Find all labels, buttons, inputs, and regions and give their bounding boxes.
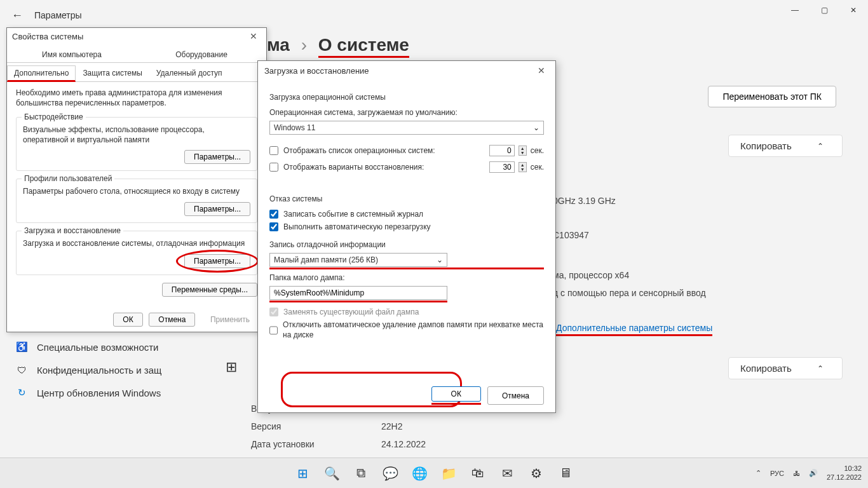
startup-settings-button[interactable]: Параметры... bbox=[184, 254, 250, 268]
performance-group: Быстродействие Визуальные эффекты, испол… bbox=[16, 117, 257, 171]
auto-restart-checkbox[interactable] bbox=[269, 222, 278, 231]
tab-advanced[interactable]: Дополнительно bbox=[7, 65, 76, 82]
profiles-settings-button[interactable]: Параметры... bbox=[184, 202, 250, 216]
copy-label: Копировать bbox=[740, 363, 792, 374]
tab-computer-name[interactable]: Имя компьютера bbox=[7, 47, 137, 62]
sysprop-tabs: Имя компьютера Оборудование bbox=[7, 47, 266, 63]
write-event-label: Записать событие в системный журнал bbox=[283, 210, 423, 219]
debug-info-select[interactable]: Малый дамп памяти (256 КВ) ⌄ bbox=[269, 253, 447, 267]
explorer-icon[interactable]: 📁 bbox=[437, 462, 460, 485]
sysprop-title: Свойства системы bbox=[12, 32, 83, 41]
edge-icon[interactable]: 🌐 bbox=[408, 462, 431, 485]
chevron-up-icon: ⌃ bbox=[817, 364, 824, 373]
time: 10:32 bbox=[827, 464, 862, 473]
sysprop-titlebar[interactable]: Свойства системы ✕ bbox=[7, 28, 266, 44]
shield-icon: 🛡 bbox=[15, 363, 28, 376]
auto-restart-label: Выполнить автоматическую перезагрузку bbox=[283, 222, 431, 231]
sidebar-item-privacy[interactable]: 🛡 Конфиденциальность и защ bbox=[11, 358, 165, 381]
tray-chevron-icon[interactable]: ⌃ bbox=[756, 469, 761, 477]
disable-auto-delete-label: Отключить автоматическое удаление дампов… bbox=[283, 320, 544, 340]
update-icon: ↻ bbox=[15, 386, 28, 399]
performance-settings-button[interactable]: Параметры... bbox=[184, 150, 250, 164]
show-os-list-label: Отображать список операционных систем: bbox=[283, 146, 485, 155]
chevron-down-icon: ⌄ bbox=[437, 255, 443, 264]
maximize-button[interactable]: ▢ bbox=[810, 0, 839, 20]
copy-device-specs-button[interactable]: Копировать ⌃ bbox=[728, 135, 843, 157]
show-os-list-checkbox[interactable] bbox=[269, 146, 278, 155]
copy-windows-specs-button[interactable]: Копировать ⌃ bbox=[728, 357, 843, 379]
close-button[interactable]: ✕ bbox=[839, 0, 868, 20]
sidebar-item-update[interactable]: ↻ Центр обновления Windows bbox=[11, 381, 165, 404]
startup-recovery-dialog: Загрузка и восстановление ✕ Загрузка опе… bbox=[257, 60, 556, 413]
failure-section-title: Отказ системы bbox=[269, 194, 544, 203]
performance-desc: Визуальные эффекты, использование процес… bbox=[23, 125, 250, 145]
cancel-button[interactable]: Отмена bbox=[487, 386, 544, 405]
volume-icon[interactable]: 🔊 bbox=[809, 469, 818, 477]
ok-button[interactable]: ОК bbox=[113, 313, 142, 327]
language-indicator[interactable]: РУС bbox=[770, 470, 784, 477]
recovery-time-input[interactable] bbox=[489, 161, 515, 173]
taskbar: ⊞ 🔍 ⧉ 💬 🌐 📁 🛍 ✉ ⚙ 🖥 ⌃ РУС 🖧 🔊 10:32 27.1… bbox=[0, 458, 868, 488]
sidebar-label: Центр обновления Windows bbox=[37, 388, 161, 398]
clock[interactable]: 10:32 27.12.2022 bbox=[827, 464, 862, 481]
profiles-group: Профили пользователей Параметры рабочего… bbox=[16, 179, 257, 223]
mail-icon[interactable]: ✉ bbox=[496, 462, 519, 485]
env-vars-button[interactable]: Переменные среды... bbox=[162, 283, 257, 297]
back-arrow-icon[interactable]: ← bbox=[11, 9, 23, 22]
show-recovery-label: Отображать варианты восстановления: bbox=[283, 163, 485, 172]
recovery-time-spinner[interactable]: ▲▼ bbox=[519, 162, 527, 172]
version-value: 22H2 bbox=[381, 421, 402, 431]
startup-group: Загрузка и восстановление Загрузка и вос… bbox=[16, 231, 257, 275]
cpu-detail: 0GHz 3.19 GHz bbox=[553, 196, 616, 206]
startrec-footer: ОК Отмена bbox=[431, 386, 544, 405]
settings-icon[interactable]: ⚙ bbox=[525, 462, 548, 485]
overwrite-checkbox bbox=[269, 308, 278, 316]
close-icon[interactable]: ✕ bbox=[246, 31, 261, 41]
write-event-checkbox[interactable] bbox=[269, 210, 278, 219]
chat-icon[interactable]: 💬 bbox=[379, 462, 402, 485]
windows-icon: ⊞ bbox=[226, 359, 237, 376]
pen-touch-detail: д с помощью пера и сенсорный ввод bbox=[553, 288, 706, 298]
breadcrumb: ма › О системе bbox=[267, 35, 409, 55]
store-icon[interactable]: 🛍 bbox=[466, 462, 489, 485]
dump-folder-input[interactable] bbox=[269, 286, 447, 300]
search-icon[interactable]: 🔍 bbox=[320, 462, 343, 485]
taskbar-right: ⌃ РУС 🖧 🔊 10:32 27.12.2022 bbox=[756, 464, 862, 481]
show-recovery-checkbox[interactable] bbox=[269, 163, 278, 172]
sysprop-tabs-row2: Дополнительно Защита системы Удаленный д… bbox=[7, 65, 266, 82]
dump-folder-label: Папка малого дампа: bbox=[269, 273, 544, 282]
sidebar-item-accessibility[interactable]: ♿ Специальные возможности bbox=[11, 336, 165, 358]
rename-pc-button[interactable]: Переименовать этот ПК bbox=[708, 86, 836, 107]
ok-button[interactable]: ОК bbox=[431, 386, 481, 402]
sysprop-footer: ОК Отмена Применить bbox=[15, 313, 259, 327]
default-os-select[interactable]: Windows 11 ⌄ bbox=[269, 121, 544, 135]
os-list-time-input[interactable] bbox=[489, 145, 515, 156]
tab-hardware[interactable]: Оборудование bbox=[137, 47, 266, 62]
close-icon[interactable]: ✕ bbox=[534, 65, 549, 76]
version-label: Версия bbox=[251, 421, 281, 431]
disable-auto-delete-checkbox[interactable] bbox=[269, 326, 278, 335]
taskbar-center: ⊞ 🔍 ⧉ 💬 🌐 📁 🛍 ✉ ⚙ 🖥 bbox=[291, 462, 577, 485]
tab-remote[interactable]: Удаленный доступ bbox=[149, 65, 229, 81]
profiles-title: Профили пользователей bbox=[22, 174, 114, 183]
cancel-button[interactable]: Отмена bbox=[149, 313, 195, 327]
task-view-icon[interactable]: ⧉ bbox=[349, 462, 372, 485]
os-list-time-spinner[interactable]: ▲▼ bbox=[519, 146, 527, 156]
app-icon[interactable]: 🖥 bbox=[554, 462, 577, 485]
date: 27.12.2022 bbox=[827, 473, 862, 482]
network-icon[interactable]: 🖧 bbox=[793, 470, 800, 477]
system-properties-dialog: Свойства системы ✕ Имя компьютера Оборуд… bbox=[6, 27, 267, 332]
sidebar-label: Специальные возможности bbox=[37, 342, 159, 353]
advanced-system-settings-link[interactable]: Дополнительные параметры системы bbox=[556, 323, 712, 336]
boot-section-title: Загрузка операционной системы bbox=[269, 93, 544, 102]
breadcrumb-parent[interactable]: ма bbox=[267, 35, 290, 55]
chevron-down-icon: ⌄ bbox=[533, 123, 539, 132]
startrec-titlebar[interactable]: Загрузка и восстановление ✕ bbox=[258, 61, 555, 80]
performance-title: Быстродействие bbox=[22, 112, 86, 121]
tab-protection[interactable]: Защита системы bbox=[76, 65, 149, 81]
minimize-button[interactable]: — bbox=[780, 0, 810, 20]
default-os-label: Операционная система, загружаемая по умо… bbox=[269, 108, 544, 117]
start-button[interactable]: ⊞ bbox=[291, 462, 314, 485]
settings-title: Параметры bbox=[34, 10, 82, 20]
sidebar: ♿ Специальные возможности 🛡 Конфиденциал… bbox=[11, 336, 165, 404]
